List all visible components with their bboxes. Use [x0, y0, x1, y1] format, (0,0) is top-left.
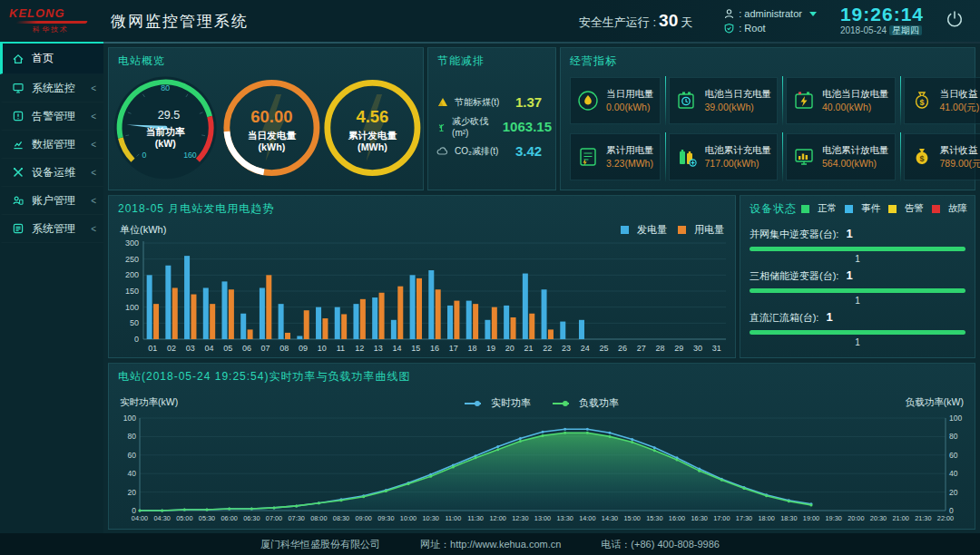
- safe-run-label: 安全生产运行 :: [579, 15, 656, 29]
- legend-swatch: [678, 226, 686, 234]
- sidebar-item-system-monitor[interactable]: 系统监控 <: [0, 74, 103, 102]
- card-label: 当日收益: [940, 88, 980, 100]
- panel-title: 2018-05 月电站发电用电趋势: [118, 201, 274, 217]
- svg-text:16:00: 16:00: [669, 514, 685, 522]
- card-total-consumption: 累计用电量3.23(MWh): [570, 133, 661, 180]
- legend-generation[interactable]: 发电量: [621, 223, 667, 237]
- svg-text:$: $: [919, 154, 924, 163]
- svg-text:80: 80: [949, 432, 958, 441]
- legend-realtime-power[interactable]: 实时功率: [465, 396, 531, 410]
- sidebar-item-label: 设备运维: [32, 165, 75, 180]
- svg-text:13:00: 13:00: [534, 514, 551, 522]
- svg-text:40: 40: [949, 469, 958, 478]
- panel-title: 电站(2018-05-24 19:25:54)实时功率与负载功率曲线图: [118, 369, 410, 385]
- sidebar-item-data-mgmt[interactable]: 数据管理 <: [0, 131, 103, 159]
- svg-text:11:00: 11:00: [445, 514, 461, 522]
- tree-icon: [436, 120, 447, 134]
- device-status-panel: 设备状态 正常 事件 告警 故障 并网集中逆变器(台):1 1 三相储能逆变器(…: [740, 195, 975, 358]
- device-row-grid-inverter: 并网集中逆变器(台):1 1: [750, 227, 965, 264]
- power-curve-panel: 电站(2018-05-24 19:25:54)实时功率与负载功率曲线图 实时功率…: [108, 363, 975, 530]
- legend-label: 告警: [905, 202, 924, 215]
- device-status-legend: 正常 事件 告警 故障: [801, 202, 967, 215]
- legend-label: 事件: [861, 202, 880, 215]
- sidebar-item-system-mgmt[interactable]: 系统管理 <: [0, 215, 103, 243]
- device-count: 1: [846, 268, 852, 282]
- svg-text:20: 20: [949, 488, 958, 497]
- card-label: 累计收益: [940, 144, 980, 156]
- business-indicators-panel: 经营指标 当日用电量0.00(kWh) 电池当日充电量39.00(kWh) 电池…: [560, 47, 975, 190]
- alarm-icon: [12, 110, 24, 122]
- sidebar-item-account-mgmt[interactable]: 账户管理 <: [0, 187, 103, 215]
- logout-power-button[interactable]: [944, 8, 965, 34]
- svg-text:19:00: 19:00: [803, 514, 819, 522]
- sidebar-nav: 首页 系统监控 < 告警管理 < 数据管理 < 设备运维 < 账户管理 < 系统…: [0, 44, 103, 533]
- legend-label: 故障: [948, 202, 967, 215]
- svg-text:18:30: 18:30: [780, 514, 797, 522]
- legend-swatch: [801, 205, 809, 213]
- date-value: 2018-05-24: [840, 25, 887, 35]
- svg-text:06: 06: [242, 344, 251, 353]
- card-value: 564.00(kWh): [822, 158, 889, 170]
- device-bar-value: 1: [750, 296, 965, 306]
- gauge-label: 当前功率: [146, 126, 185, 137]
- logo-swoosh-graphic: [15, 21, 88, 24]
- legend-consumption[interactable]: 用电量: [678, 223, 724, 237]
- sidebar-item-alarm-mgmt[interactable]: 告警管理 <: [0, 102, 103, 131]
- device-status-bar[interactable]: [750, 330, 965, 335]
- device-status-bar[interactable]: [750, 288, 965, 293]
- svg-text:14:00: 14:00: [579, 514, 595, 522]
- battery-charge-icon: [675, 89, 699, 112]
- top-header: KELONG 科华技术 微网监控管理系统 安全生产运行 :30天 : admin…: [0, 0, 980, 42]
- svg-text:21:30: 21:30: [915, 514, 931, 522]
- svg-text:09: 09: [299, 344, 308, 353]
- card-daily-revenue: $ 当日收益41.00(元): [904, 77, 980, 124]
- svg-text:250: 250: [125, 255, 139, 264]
- sidebar-item-label: 系统监控: [32, 81, 75, 96]
- svg-text:18:00: 18:00: [759, 514, 775, 522]
- chevron-left-icon: <: [91, 224, 96, 234]
- sidebar-item-device-ops[interactable]: 设备运维 <: [0, 159, 103, 187]
- svg-text:28: 28: [656, 344, 665, 353]
- battery-discharge-icon: [792, 89, 816, 112]
- user-name: : administrator: [739, 6, 802, 21]
- legend-load-power[interactable]: 负载功率: [553, 396, 619, 410]
- user-menu[interactable]: : administrator: [723, 6, 817, 21]
- device-status-bar[interactable]: [750, 247, 965, 251]
- device-label: 并网集中逆变器(台):: [750, 229, 838, 239]
- svg-text:09:00: 09:00: [356, 514, 372, 522]
- chevron-down-icon: [809, 12, 817, 16]
- y-axis-unit-label: 单位(kWh): [120, 223, 166, 237]
- svg-text:10: 10: [318, 344, 327, 353]
- svg-text:02: 02: [167, 344, 176, 353]
- svg-text:100: 100: [123, 414, 136, 423]
- svg-text:200: 200: [125, 270, 139, 279]
- total-generation-value: 4.56: [357, 107, 389, 126]
- gauge-unit: (kW): [155, 138, 177, 149]
- saving-label: 节能标煤(t): [455, 96, 511, 109]
- card-label: 电池当日放电量: [822, 88, 889, 100]
- total-generation-unit: (MWh): [358, 141, 387, 152]
- svg-text:20:30: 20:30: [870, 514, 887, 522]
- card-battery-total-charge: 电池累计充电量717.00(kWh): [669, 133, 779, 180]
- card-value: 789.00(元): [940, 158, 980, 170]
- svg-text:12:30: 12:30: [512, 514, 528, 522]
- svg-text:16:30: 16:30: [691, 514, 708, 522]
- svg-text:05: 05: [223, 344, 232, 353]
- svg-text:07:00: 07:00: [266, 514, 282, 522]
- sidebar-item-label: 首页: [32, 51, 54, 66]
- svg-text:21:00: 21:00: [893, 514, 909, 522]
- saving-value: 1063.15: [503, 119, 552, 134]
- card-label: 电池累计充电量: [705, 144, 772, 156]
- daily-generation-value: 60.00: [251, 107, 293, 126]
- oil-drop-icon: [576, 89, 600, 112]
- device-bar-value: 1: [750, 254, 965, 264]
- svg-text:06:30: 06:30: [243, 514, 260, 522]
- account-icon: [12, 194, 24, 207]
- legend-alarm: 告警: [888, 202, 924, 215]
- card-label: 电池累计放电量: [822, 144, 889, 156]
- svg-text:17:30: 17:30: [736, 514, 752, 522]
- svg-text:07: 07: [261, 344, 270, 353]
- sidebar-item-home[interactable]: 首页: [0, 44, 103, 74]
- svg-text:14: 14: [393, 344, 402, 353]
- svg-text:06:00: 06:00: [221, 514, 238, 522]
